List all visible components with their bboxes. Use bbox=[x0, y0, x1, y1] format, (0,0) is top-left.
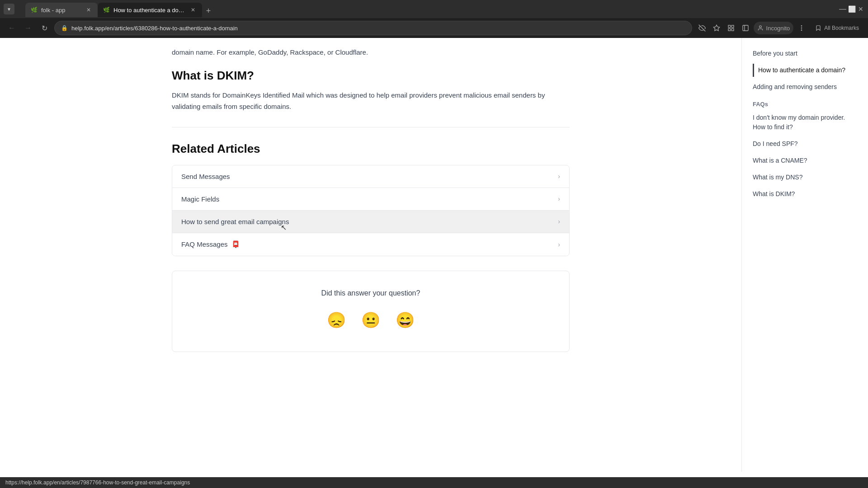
menu-icon[interactable] bbox=[795, 22, 808, 34]
sidebar-item-domain-provider[interactable]: I don't know my domain provider. How to … bbox=[753, 111, 857, 134]
svg-point-8 bbox=[759, 26, 761, 28]
svg-rect-4 bbox=[728, 28, 731, 31]
articles-list: Send Messages › Magic Fields › How to se… bbox=[172, 165, 570, 256]
main-scroll: domain name. For example, GoDaddy, Racks… bbox=[0, 38, 741, 472]
svg-point-10 bbox=[802, 28, 802, 28]
article-content: domain name. For example, GoDaddy, Racks… bbox=[154, 38, 588, 352]
chevron-icon-faq-messages: › bbox=[558, 241, 560, 248]
feedback-section: Did this answer your question? 😞 😐 😄 bbox=[172, 271, 570, 352]
status-bar: https://help.folk.app/en/articles/798776… bbox=[0, 477, 868, 488]
faq-section-label: FAQs bbox=[753, 101, 857, 108]
minimize-button[interactable]: — bbox=[839, 5, 846, 13]
chevron-icon-magic-fields: › bbox=[558, 195, 560, 202]
faq-messages-emoji: 📮 bbox=[231, 240, 240, 249]
incognito-badge: Incognito bbox=[754, 22, 794, 34]
reload-button[interactable]: ↻ bbox=[38, 22, 51, 34]
eye-off-icon[interactable] bbox=[696, 22, 708, 34]
sidebar-item-how-to-auth[interactable]: How to authenticate a domain? bbox=[753, 64, 857, 77]
tab-close-active[interactable]: ✕ bbox=[189, 6, 197, 14]
svg-rect-6 bbox=[743, 25, 748, 31]
chevron-icon-send-messages: › bbox=[558, 173, 560, 180]
tab-how-to-auth[interactable]: 🌿 How to authenticate a domain... ✕ bbox=[98, 3, 202, 17]
article-title-faq-messages: FAQ Messages 📮 bbox=[181, 240, 240, 249]
content-area: domain name. For example, GoDaddy, Racks… bbox=[0, 38, 868, 472]
tab-label-active: How to authenticate a domain... bbox=[113, 7, 186, 14]
intro-paragraph: domain name. For example, GoDaddy, Racks… bbox=[172, 47, 570, 58]
tab-dropdown-button[interactable]: ▼ bbox=[4, 4, 14, 14]
sidebar-item-adding-removing[interactable]: Adding and removing senders bbox=[753, 80, 857, 94]
sidebar-item-cname[interactable]: What is a CNAME? bbox=[753, 154, 857, 167]
address-bar: ← → ↻ 🔒 help.folk.app/en/articles/638028… bbox=[0, 18, 868, 38]
window-buttons: — ⬜ ✕ bbox=[839, 5, 864, 13]
url-text: help.folk.app/en/articles/6380286-how-to… bbox=[71, 25, 685, 32]
tab-favicon: 🌿 bbox=[31, 7, 38, 13]
sidebar-active-line bbox=[753, 64, 754, 77]
url-bar[interactable]: 🔒 help.folk.app/en/articles/6380286-how-… bbox=[54, 21, 692, 35]
article-title-magic-fields: Magic Fields bbox=[181, 195, 219, 203]
sidebar-item-dns[interactable]: What is my DNS? bbox=[753, 171, 857, 184]
close-button[interactable]: ✕ bbox=[857, 5, 864, 13]
svg-rect-2 bbox=[728, 25, 731, 28]
related-articles-heading: Related Articles bbox=[172, 142, 570, 156]
extensions-icon[interactable] bbox=[725, 22, 737, 34]
incognito-label: Incognito bbox=[766, 25, 790, 32]
article-item-magic-fields[interactable]: Magic Fields › bbox=[172, 188, 569, 211]
sidebar-toggle-icon[interactable] bbox=[739, 22, 752, 34]
article-item-how-to-send[interactable]: How to send great email campaigns › ↖ bbox=[172, 211, 569, 233]
svg-point-9 bbox=[802, 26, 802, 26]
svg-rect-3 bbox=[731, 25, 734, 28]
article-title-how-to-send: How to send great email campaigns bbox=[181, 218, 289, 225]
sidebar-item-auth-container: How to authenticate a domain? bbox=[753, 64, 857, 77]
article-title-send-messages: Send Messages bbox=[181, 173, 230, 180]
tab-label: folk - app bbox=[41, 7, 65, 14]
bookmarks-label: All Bookmarks bbox=[824, 25, 859, 31]
svg-marker-1 bbox=[713, 25, 719, 31]
article-item-send-messages[interactable]: Send Messages › bbox=[172, 165, 569, 188]
sidebar-item-spf[interactable]: Do I need SPF? bbox=[753, 137, 857, 150]
forward-button[interactable]: → bbox=[22, 22, 34, 34]
svg-rect-5 bbox=[731, 28, 734, 31]
dkim-heading: What is DKIM? bbox=[172, 69, 570, 83]
bookmarks-button[interactable]: All Bookmarks bbox=[811, 25, 863, 31]
tab-folk-app[interactable]: 🌿 folk - app ✕ bbox=[25, 3, 98, 17]
chevron-icon-how-to-send: › bbox=[558, 218, 560, 225]
sidebar-item-before-you-start[interactable]: Before you start bbox=[753, 47, 857, 60]
right-sidebar: Before you start How to authenticate a d… bbox=[741, 38, 868, 472]
sad-emoji-button[interactable]: 😞 bbox=[323, 306, 350, 333]
tabs-bar: 🌿 folk - app ✕ 🌿 How to authenticate a d… bbox=[22, 1, 837, 17]
star-icon[interactable] bbox=[710, 22, 723, 34]
address-bar-icons: Incognito bbox=[696, 22, 808, 34]
feedback-question: Did this answer your question? bbox=[181, 289, 560, 297]
browser-chrome: ▼ 🌿 folk - app ✕ 🌿 How to authenticate a… bbox=[0, 0, 868, 38]
title-bar: ▼ 🌿 folk - app ✕ 🌿 How to authenticate a… bbox=[0, 0, 868, 18]
dkim-body: DKIM stands for DomainKeys Identified Ma… bbox=[172, 90, 570, 113]
emoji-buttons: 😞 😐 😄 bbox=[181, 306, 560, 333]
new-tab-button[interactable]: + bbox=[202, 5, 215, 17]
section-divider bbox=[172, 127, 570, 127]
tab-close-folk[interactable]: ✕ bbox=[85, 6, 92, 14]
window-controls: ▼ bbox=[4, 4, 16, 14]
article-item-faq-messages[interactable]: FAQ Messages 📮 › bbox=[172, 233, 569, 256]
svg-point-11 bbox=[802, 30, 802, 30]
tab-favicon-2: 🌿 bbox=[103, 7, 110, 13]
lock-icon: 🔒 bbox=[61, 25, 68, 31]
back-button[interactable]: ← bbox=[5, 22, 18, 34]
sidebar-item-dkim[interactable]: What is DKIM? bbox=[753, 188, 857, 201]
happy-emoji-button[interactable]: 😄 bbox=[392, 306, 419, 333]
maximize-button[interactable]: ⬜ bbox=[848, 5, 855, 13]
status-url: https://help.folk.app/en/articles/798776… bbox=[5, 479, 190, 486]
neutral-emoji-button[interactable]: 😐 bbox=[357, 306, 384, 333]
